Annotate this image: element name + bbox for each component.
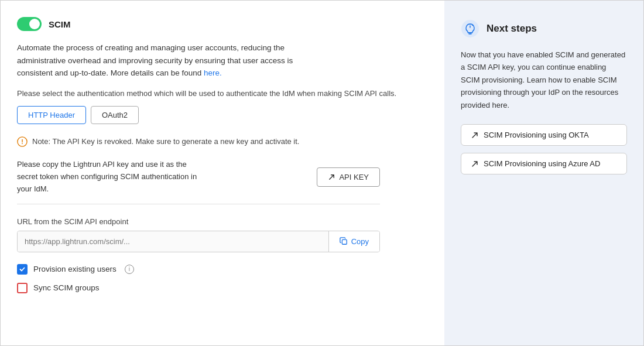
provision-existing-label: Provision existing users [33,265,117,273]
right-panel: Next steps Now that you have enabled SCI… [444,1,643,345]
okta-provisioning-link[interactable]: SCIM Provisioning using OKTA [461,124,627,146]
next-steps-header: Next steps [461,19,627,38]
sync-scim-label: Sync SCIM groups [33,283,100,292]
auth-buttons-group: HTTP Header OAuth2 [17,106,421,124]
http-header-button[interactable]: HTTP Header [17,106,86,124]
auth-method-label: Please select the authentication method … [17,89,421,98]
api-key-section: Please copy the Lightrun API key and use… [17,159,380,204]
azure-provisioning-link[interactable]: SCIM Provisioning using Azure AD [461,153,627,174]
checkboxes-section: Provision existing users i Sync SCIM gro… [17,264,421,293]
lightbulb-icon [461,19,479,38]
provision-existing-row: Provision existing users i [17,264,421,275]
scim-title: SCIM [49,19,71,29]
next-steps-description: Now that you have enabled SCIM and gener… [461,49,627,111]
url-section: URL from the SCIM API endpoint Copy [17,217,380,252]
next-steps-title: Next steps [487,23,537,35]
svg-rect-2 [342,240,347,245]
page-container: SCIM Automate the process of creating an… [0,0,644,346]
header-row: SCIM [17,17,421,31]
api-key-button[interactable]: API KEY [317,167,380,187]
url-label: URL from the SCIM API endpoint [17,217,380,226]
description-text: Automate the process of creating and man… [17,42,298,80]
url-input-row: Copy [17,231,380,252]
svg-text:!: ! [21,138,23,145]
warning-icon: ! [17,136,28,147]
svg-point-3 [461,20,479,37]
api-key-description: Please copy the Lightrun API key and use… [17,159,198,195]
copy-icon [340,237,348,245]
url-input[interactable] [18,231,328,252]
external-link-okta-icon [471,131,479,139]
toggle-knob [29,19,40,29]
checkmark-icon [19,266,25,272]
oauth2-button[interactable]: OAuth2 [91,106,139,124]
external-link-azure-icon [471,160,479,168]
here-link[interactable]: here. [204,68,222,77]
warning-row: ! Note: The API Key is revoked. Make sur… [17,136,421,148]
warning-text: Note: The API Key is revoked. Make sure … [32,136,299,148]
sync-scim-checkbox[interactable] [17,283,28,293]
scim-toggle[interactable] [17,17,42,31]
copy-button[interactable]: Copy [328,231,379,252]
svg-point-7 [472,25,473,26]
provision-existing-info-icon[interactable]: i [125,265,134,274]
sync-scim-row: Sync SCIM groups [17,283,421,293]
provision-existing-checkbox[interactable] [17,264,28,275]
external-link-icon [328,173,335,181]
main-content: SCIM Automate the process of creating an… [1,1,444,345]
